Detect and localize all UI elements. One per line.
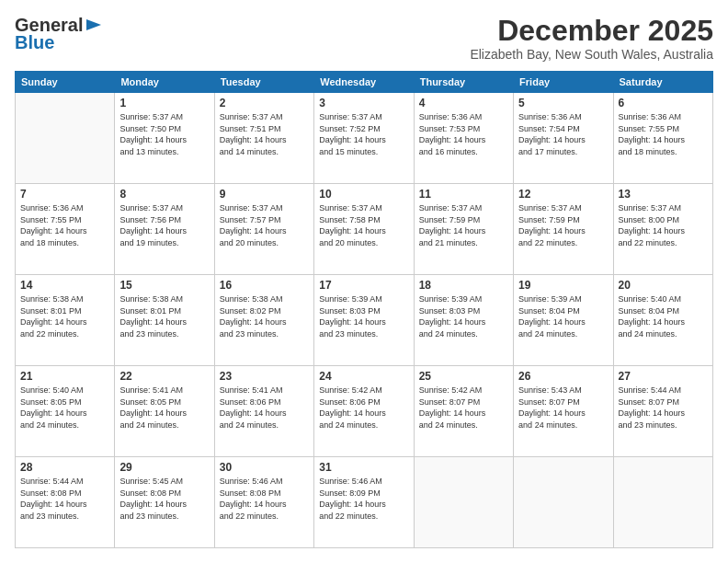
calendar-week-row: 21Sunrise: 5:40 AM Sunset: 8:05 PM Dayli… (16, 366, 713, 457)
table-row: 19Sunrise: 5:39 AM Sunset: 8:04 PM Dayli… (514, 275, 613, 366)
day-info: Sunrise: 5:39 AM Sunset: 8:03 PM Dayligh… (319, 293, 408, 339)
col-monday: Monday (115, 72, 214, 93)
day-info: Sunrise: 5:38 AM Sunset: 8:01 PM Dayligh… (20, 293, 109, 339)
table-row: 12Sunrise: 5:37 AM Sunset: 7:59 PM Dayli… (514, 184, 613, 275)
title-section: December 2025 Elizabeth Bay, New South W… (470, 15, 713, 62)
day-number: 6 (619, 97, 708, 109)
calendar-week-row: 28Sunrise: 5:44 AM Sunset: 8:08 PM Dayli… (16, 457, 713, 548)
day-number: 27 (619, 370, 708, 383)
logo: General Blue (15, 15, 103, 53)
day-number: 21 (20, 370, 109, 383)
day-number: 25 (419, 370, 508, 383)
table-row (613, 457, 712, 548)
day-number: 28 (20, 461, 109, 474)
table-row: 3Sunrise: 5:37 AM Sunset: 7:52 PM Daylig… (314, 93, 414, 184)
logo-blue: Blue (15, 32, 54, 53)
day-info: Sunrise: 5:43 AM Sunset: 8:07 PM Dayligh… (518, 385, 608, 431)
day-number: 18 (419, 279, 508, 292)
day-number: 31 (319, 461, 408, 474)
table-row: 28Sunrise: 5:44 AM Sunset: 8:08 PM Dayli… (16, 457, 115, 548)
col-tuesday: Tuesday (214, 72, 313, 93)
day-info: Sunrise: 5:46 AM Sunset: 8:09 PM Dayligh… (319, 476, 408, 522)
day-number: 4 (419, 97, 508, 109)
day-number: 3 (319, 97, 408, 109)
day-number: 15 (119, 279, 209, 292)
day-number: 11 (419, 188, 508, 201)
day-number: 7 (20, 188, 109, 201)
calendar-week-row: 7Sunrise: 5:36 AM Sunset: 7:55 PM Daylig… (16, 184, 713, 275)
month-title: December 2025 (470, 15, 713, 47)
table-row: 23Sunrise: 5:41 AM Sunset: 8:06 PM Dayli… (214, 366, 313, 457)
day-number: 26 (518, 370, 608, 383)
day-info: Sunrise: 5:40 AM Sunset: 8:05 PM Dayligh… (20, 385, 109, 431)
day-number: 12 (518, 188, 608, 201)
table-row: 4Sunrise: 5:36 AM Sunset: 7:53 PM Daylig… (414, 93, 513, 184)
day-number: 24 (319, 370, 408, 383)
day-info: Sunrise: 5:41 AM Sunset: 8:06 PM Dayligh… (220, 385, 309, 431)
day-info: Sunrise: 5:40 AM Sunset: 8:04 PM Dayligh… (619, 293, 708, 339)
calendar-week-row: 14Sunrise: 5:38 AM Sunset: 8:01 PM Dayli… (16, 275, 713, 366)
table-row (514, 457, 613, 548)
day-number: 29 (119, 461, 209, 474)
day-number: 20 (619, 279, 708, 292)
day-number: 9 (220, 188, 309, 201)
day-info: Sunrise: 5:37 AM Sunset: 7:56 PM Dayligh… (119, 202, 209, 248)
table-row: 16Sunrise: 5:38 AM Sunset: 8:02 PM Dayli… (214, 275, 313, 366)
day-number: 10 (319, 188, 408, 201)
day-info: Sunrise: 5:36 AM Sunset: 7:55 PM Dayligh… (20, 202, 109, 248)
day-info: Sunrise: 5:36 AM Sunset: 7:55 PM Dayligh… (619, 111, 708, 157)
table-row: 7Sunrise: 5:36 AM Sunset: 7:55 PM Daylig… (16, 184, 115, 275)
table-row: 25Sunrise: 5:42 AM Sunset: 8:07 PM Dayli… (414, 366, 513, 457)
table-row: 11Sunrise: 5:37 AM Sunset: 7:59 PM Dayli… (414, 184, 513, 275)
day-number: 2 (220, 97, 309, 109)
day-info: Sunrise: 5:42 AM Sunset: 8:06 PM Dayligh… (319, 385, 408, 431)
table-row: 2Sunrise: 5:37 AM Sunset: 7:51 PM Daylig… (214, 93, 313, 184)
table-row: 20Sunrise: 5:40 AM Sunset: 8:04 PM Dayli… (613, 275, 712, 366)
day-info: Sunrise: 5:37 AM Sunset: 7:59 PM Dayligh… (518, 202, 608, 248)
table-row: 22Sunrise: 5:41 AM Sunset: 8:05 PM Dayli… (115, 366, 214, 457)
table-row: 9Sunrise: 5:37 AM Sunset: 7:57 PM Daylig… (214, 184, 313, 275)
table-row: 24Sunrise: 5:42 AM Sunset: 8:06 PM Dayli… (314, 366, 414, 457)
col-thursday: Thursday (414, 72, 513, 93)
day-info: Sunrise: 5:38 AM Sunset: 8:01 PM Dayligh… (119, 293, 209, 339)
header: General Blue December 2025 Elizabeth Bay… (15, 15, 713, 62)
day-info: Sunrise: 5:37 AM Sunset: 7:50 PM Dayligh… (119, 111, 209, 157)
table-row: 8Sunrise: 5:37 AM Sunset: 7:56 PM Daylig… (115, 184, 214, 275)
day-info: Sunrise: 5:37 AM Sunset: 7:58 PM Dayligh… (319, 202, 408, 248)
day-number: 1 (119, 97, 209, 109)
day-info: Sunrise: 5:46 AM Sunset: 8:08 PM Dayligh… (220, 476, 309, 522)
table-row: 29Sunrise: 5:45 AM Sunset: 8:08 PM Dayli… (115, 457, 214, 548)
table-row: 13Sunrise: 5:37 AM Sunset: 8:00 PM Dayli… (613, 184, 712, 275)
day-number: 17 (319, 279, 408, 292)
table-row: 27Sunrise: 5:44 AM Sunset: 8:07 PM Dayli… (613, 366, 712, 457)
day-info: Sunrise: 5:45 AM Sunset: 8:08 PM Dayligh… (119, 476, 209, 522)
calendar-table: Sunday Monday Tuesday Wednesday Thursday… (15, 71, 713, 548)
calendar-week-row: 1Sunrise: 5:37 AM Sunset: 7:50 PM Daylig… (16, 93, 713, 184)
table-row: 18Sunrise: 5:39 AM Sunset: 8:03 PM Dayli… (414, 275, 513, 366)
col-wednesday: Wednesday (314, 72, 414, 93)
table-row (16, 93, 115, 184)
table-row: 6Sunrise: 5:36 AM Sunset: 7:55 PM Daylig… (613, 93, 712, 184)
table-row: 5Sunrise: 5:36 AM Sunset: 7:54 PM Daylig… (514, 93, 613, 184)
day-info: Sunrise: 5:44 AM Sunset: 8:07 PM Dayligh… (619, 385, 708, 431)
page: General Blue December 2025 Elizabeth Bay… (0, 0, 728, 563)
day-number: 19 (518, 279, 608, 292)
day-info: Sunrise: 5:37 AM Sunset: 7:51 PM Dayligh… (220, 111, 309, 157)
day-number: 30 (220, 461, 309, 474)
table-row: 1Sunrise: 5:37 AM Sunset: 7:50 PM Daylig… (115, 93, 214, 184)
day-number: 13 (619, 188, 708, 201)
day-info: Sunrise: 5:37 AM Sunset: 7:52 PM Dayligh… (319, 111, 408, 157)
day-info: Sunrise: 5:44 AM Sunset: 8:08 PM Dayligh… (20, 476, 109, 522)
logo-flag-icon (85, 17, 103, 34)
table-row: 15Sunrise: 5:38 AM Sunset: 8:01 PM Dayli… (115, 275, 214, 366)
day-number: 16 (220, 279, 309, 292)
day-info: Sunrise: 5:37 AM Sunset: 7:59 PM Dayligh… (419, 202, 508, 248)
day-number: 14 (20, 279, 109, 292)
col-saturday: Saturday (613, 72, 712, 93)
location-subtitle: Elizabeth Bay, New South Wales, Australi… (470, 47, 713, 62)
table-row: 14Sunrise: 5:38 AM Sunset: 8:01 PM Dayli… (16, 275, 115, 366)
day-number: 5 (518, 97, 608, 109)
table-row: 31Sunrise: 5:46 AM Sunset: 8:09 PM Dayli… (314, 457, 414, 548)
table-row (414, 457, 513, 548)
table-row: 17Sunrise: 5:39 AM Sunset: 8:03 PM Dayli… (314, 275, 414, 366)
